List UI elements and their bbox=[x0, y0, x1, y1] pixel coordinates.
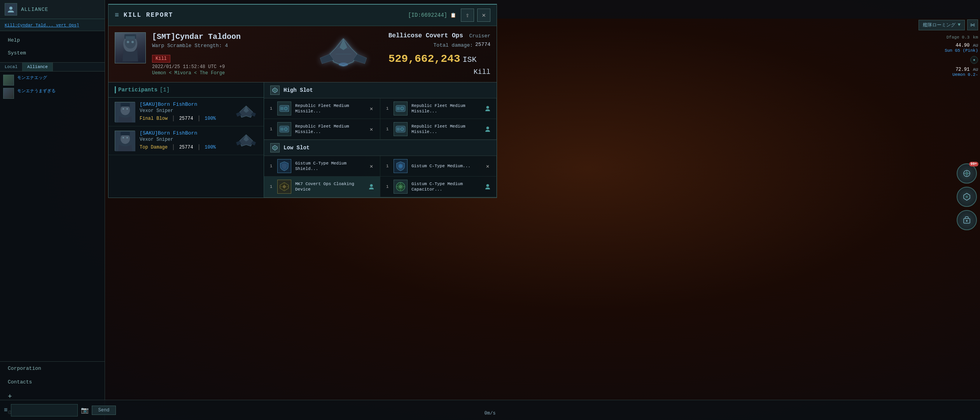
share-button[interactable]: ⇪ bbox=[461, 9, 474, 22]
low-slot-action-3[interactable] bbox=[484, 183, 492, 191]
fleet-badge: 99+ bbox=[969, 162, 978, 166]
high-slot-action-1[interactable] bbox=[484, 105, 492, 112]
damage-0: 25774 bbox=[179, 116, 193, 121]
high-slot-item-1: 1 Republic Fleet Medium Missile... bbox=[380, 98, 497, 119]
low-slot-item-0: 1 Gistum C-Type Medium Shield... ✕ bbox=[264, 156, 380, 177]
high-slot-section: High Slot 1 bbox=[264, 82, 497, 140]
chat-tab-bar: Local Alliance bbox=[0, 63, 105, 72]
svg-point-6 bbox=[127, 41, 129, 43]
damage-1: 25774 bbox=[179, 145, 193, 150]
participant-portrait-1 bbox=[115, 131, 135, 151]
sidebar-user-avatar bbox=[5, 3, 17, 16]
svg-point-68 bbox=[486, 184, 489, 187]
participant-item-0[interactable]: [SAKU]Born FishBorn Vexor Sniper Final B… bbox=[108, 98, 264, 126]
participant-item-1[interactable]: [SAKU]Born FishBorn Vexor Sniper Top Dam… bbox=[108, 126, 264, 155]
svg-point-29 bbox=[126, 137, 128, 138]
slots-panel: High Slot 1 bbox=[264, 82, 497, 198]
svg-point-48 bbox=[284, 128, 287, 131]
high-slot-qty-2: 1 bbox=[269, 127, 273, 131]
low-slot-name-2: MK7 Covert Ops Cloaking Device bbox=[295, 181, 364, 192]
circle-btn-2[interactable] bbox=[957, 210, 977, 230]
participant-stats-1: Top Damage | 25774 | 100% bbox=[140, 144, 229, 151]
participants-panel: Participants [1] [SAKU]Born FishB bbox=[108, 82, 264, 198]
svg-point-78 bbox=[966, 220, 968, 222]
kill-location: Uemon < Mivora < The Forge bbox=[152, 70, 298, 76]
high-slot-action-2[interactable]: ✕ bbox=[368, 125, 375, 133]
notice-link[interactable]: Kill:Cyndar Tald... vert Ops] bbox=[5, 23, 79, 28]
portrait-face bbox=[115, 33, 145, 63]
svg-point-60 bbox=[370, 184, 373, 187]
chat-msg-name-0[interactable]: モンエナエッグ bbox=[17, 75, 47, 80]
victim-name[interactable]: [SMT]Cyndar Taldoon bbox=[152, 32, 298, 41]
header-accent bbox=[115, 86, 116, 93]
low-slot-qty-1: 1 bbox=[385, 164, 390, 168]
ship-display bbox=[304, 32, 382, 76]
kill-info-section: [SMT]Cyndar Taldoon Warp Scramble Streng… bbox=[108, 26, 497, 82]
high-slot-action-3[interactable] bbox=[484, 125, 492, 133]
high-slot-name-2: Republic Fleet Medium Missile... bbox=[295, 124, 364, 135]
participants-count: [1] bbox=[160, 87, 170, 93]
svg-point-59 bbox=[283, 186, 285, 188]
high-slot-name-1: Republic Fleet Medium Missile... bbox=[411, 103, 480, 114]
blow-type-0: Final Blow bbox=[140, 116, 168, 121]
svg-rect-9 bbox=[126, 36, 135, 39]
low-slot-info-3: Gistum C-Type Medium Capacitor... bbox=[411, 181, 480, 192]
high-slot-action-0[interactable]: ✕ bbox=[368, 105, 375, 112]
low-slot-item-3: 1 bbox=[380, 177, 497, 197]
destination-button[interactable]: 艦隊ローミング ▼ bbox=[919, 20, 965, 30]
low-slot-action-2[interactable] bbox=[368, 183, 375, 191]
participant-portrait-0 bbox=[115, 102, 135, 122]
sidebar-item-system[interactable]: System bbox=[0, 47, 105, 59]
percent-0: 100% bbox=[205, 116, 216, 121]
chat-input[interactable] bbox=[11, 404, 78, 416]
chat-msg-name-1[interactable]: モンエナうまずぎる bbox=[17, 88, 56, 94]
right-game-ui: 艦隊ローミング ▼ ⋈ Dfage 0.3 km 44.90 AU Sun G5… bbox=[900, 19, 978, 77]
svg-point-19 bbox=[122, 108, 124, 110]
speed-value: 0m/s bbox=[485, 411, 496, 416]
system2-unit: AU bbox=[973, 67, 978, 72]
system2-name[interactable]: Uemon 0.2- bbox=[952, 72, 978, 77]
tab-alliance[interactable]: Alliance bbox=[23, 63, 53, 71]
svg-rect-43 bbox=[397, 107, 400, 110]
svg-point-63 bbox=[399, 186, 402, 188]
send-button[interactable]: Send bbox=[92, 406, 116, 415]
high-slot-qty-3: 1 bbox=[385, 127, 390, 131]
high-slot-title: High Slot bbox=[284, 87, 313, 93]
low-slot-info-1: Gistum C-Type Medium... bbox=[411, 163, 480, 169]
system1-name[interactable]: Sun G5 (Pink) bbox=[945, 48, 978, 53]
system-info-2: 72.91 AU Uemon 0.2- bbox=[952, 67, 978, 77]
high-slot-grid: 1 Republic Fleet Medium Missile. bbox=[264, 98, 497, 140]
sidebar-nav: Help System bbox=[0, 31, 105, 62]
participant-name-0[interactable]: [SAKU]Born FishBorn bbox=[140, 102, 229, 107]
victim-info: [SMT]Cyndar Taldoon Warp Scramble Streng… bbox=[152, 32, 298, 76]
kill-report-modal: ≡ KILL REPORT [ID:6692244] 📋 ⇪ ✕ bbox=[108, 4, 497, 198]
high-slot-header: High Slot bbox=[264, 82, 497, 98]
corporation-label: Corporation bbox=[8, 366, 41, 371]
nav-icon-button[interactable]: ⋈ bbox=[967, 19, 978, 30]
percent-1: 100% bbox=[205, 145, 216, 150]
sidebar-header: ALLIANCE bbox=[0, 0, 105, 19]
modal-menu-icon[interactable]: ≡ bbox=[115, 11, 119, 19]
close-modal-button[interactable]: ✕ bbox=[477, 9, 490, 22]
sidebar-item-contacts[interactable]: Contacts bbox=[0, 375, 105, 389]
blow-type-1: Top Damage bbox=[140, 145, 168, 150]
high-slot-item-0: 1 Republic Fleet Medium Missile. bbox=[264, 98, 380, 119]
sidebar-item-corporation[interactable]: Corporation bbox=[0, 362, 105, 375]
participant-name-1[interactable]: [SAKU]Born FishBorn bbox=[140, 130, 229, 136]
low-slot-section: Low Slot 1 Gistum C-Type Medium bbox=[264, 140, 497, 198]
low-slot-icon-3 bbox=[394, 180, 408, 194]
chat-menu-icon[interactable]: ≡ bbox=[4, 407, 8, 414]
camera-icon[interactable]: 📷 bbox=[81, 406, 89, 414]
copy-icon[interactable]: 📋 bbox=[450, 12, 456, 18]
low-slot-action-0[interactable]: ✕ bbox=[368, 162, 375, 170]
low-slot-action-1[interactable]: ✕ bbox=[484, 162, 492, 170]
sidebar-alliance-label: ALLIANCE bbox=[21, 7, 48, 12]
tab-local[interactable]: Local bbox=[0, 63, 23, 71]
sidebar-item-help[interactable]: Help bbox=[0, 34, 105, 46]
svg-point-45 bbox=[486, 106, 489, 109]
high-slot-name-0: Republic Fleet Medium Missile... bbox=[295, 103, 364, 114]
high-slot-item-2: 1 Republic Fleet Medium Missile... ✕ bbox=[264, 119, 380, 140]
circle-btn-1[interactable] bbox=[957, 187, 977, 207]
kill-type-label: Kill bbox=[156, 56, 167, 61]
low-slot-icon-1 bbox=[394, 159, 408, 173]
